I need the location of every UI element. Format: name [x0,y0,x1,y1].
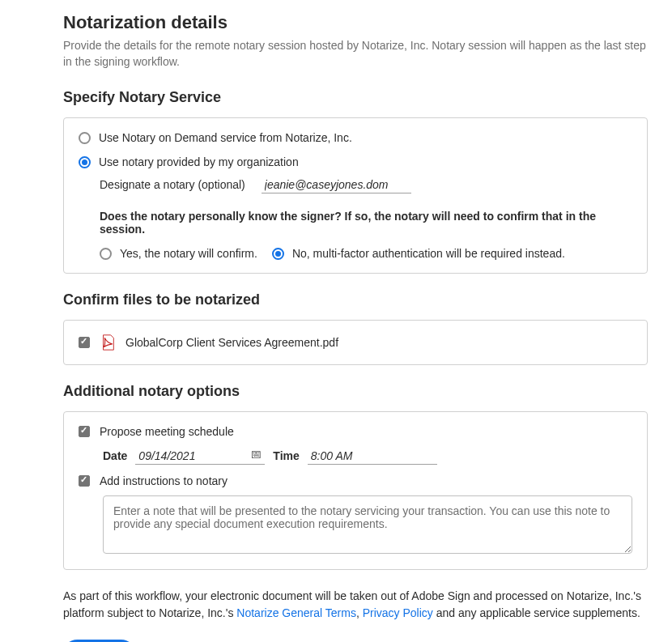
designate-notary-input[interactable] [262,176,411,193]
designate-label: Designate a notary (optional) [100,178,245,191]
instructions-textarea[interactable] [103,495,632,554]
propose-schedule-label: Propose meeting schedule [100,425,234,438]
know-yes-radio[interactable] [100,248,112,260]
confirm-files-heading: Confirm files to be notarized [63,291,648,308]
file-name: GlobalCorp Client Services Agreement.pdf [125,336,338,349]
instructions-checkbox[interactable] [79,475,90,487]
page-title: Notarization details [63,12,648,33]
instructions-label: Add instructions to notary [100,474,228,487]
notary-on-demand-radio[interactable] [79,132,91,144]
date-label: Date [103,449,127,462]
notary-my-org-label: Use notary provided by my organization [99,155,299,168]
time-label: Time [273,449,299,462]
notary-service-panel: Use Notary on Demand service from Notari… [63,117,648,274]
pdf-icon [100,334,116,351]
page-subtitle: Provide the details for the remote notar… [63,38,648,70]
know-yes-label: Yes, the notary will confirm. [120,247,257,260]
general-terms-link[interactable]: Notarize General Terms [236,606,356,619]
additional-options-panel: Propose meeting schedule Date 📅︎ Time Ad… [63,411,648,570]
know-no-label: No, multi-factor authentication will be … [292,247,565,260]
notary-service-heading: Specify Notary Service [63,89,648,106]
know-signer-question: Does the notary personally know the sign… [100,210,632,236]
privacy-policy-link[interactable]: Privacy Policy [363,606,433,619]
date-input[interactable] [135,448,265,465]
notary-on-demand-label: Use Notary on Demand service from Notari… [99,131,352,144]
know-no-radio[interactable] [272,248,284,260]
disclaimer-text: As part of this workflow, your electroni… [63,588,648,622]
confirm-files-panel: GlobalCorp Client Services Agreement.pdf [63,320,648,365]
time-input[interactable] [308,448,437,465]
notary-my-org-radio[interactable] [79,156,91,168]
additional-options-heading: Additional notary options [63,383,648,400]
file-checkbox[interactable] [79,337,90,348]
propose-schedule-checkbox[interactable] [79,426,90,437]
